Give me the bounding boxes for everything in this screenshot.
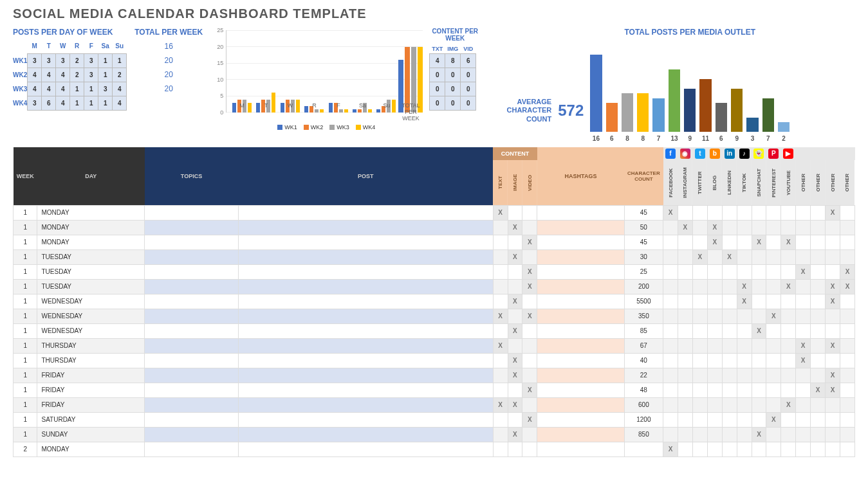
weekly-bar-chart: MTWRFSaSuTOTAL PER WEEK WK1WK2WK3WK4 051… (210, 28, 423, 131)
page-title: SOCIAL MEDIA CALENDAR DASHBOARD TEMPLATE (13, 6, 855, 21)
total-per-week-panel: TOTAL PER WEEK 16 20 20 20 (133, 28, 204, 142)
avg-value: 572 (558, 102, 584, 120)
table-row: 1MONDAYX45XXX (14, 235, 855, 249)
col-video: VIDEO (522, 160, 537, 205)
outlet-panel: TOTAL POSTS PER MEDIA OUTLET 16688713911… (590, 28, 790, 142)
content-per-week-title: CONTENT PER WEEK (429, 28, 481, 42)
table-row: 1MONDAYX50XX (14, 220, 855, 235)
icon-pinterest: P (766, 147, 781, 160)
icon-snapchat: 👻 (752, 147, 766, 160)
outlet-bar-chart: 1668871391169372 (590, 39, 790, 142)
posts-per-day-table: M T W R F Sa Su WK13332311WK24442312WK34… (13, 39, 127, 111)
col-content: CONTENT (493, 147, 537, 160)
table-row: 1WEDNESDAYX85X (14, 323, 855, 338)
icon-youtube: ▶ (781, 147, 796, 160)
col-post: POST (238, 147, 493, 205)
col-day: DAY (37, 147, 145, 205)
posts-per-day-panel: POSTS PER DAY OF WEEK M T W R F Sa Su WK… (13, 28, 127, 142)
icon-linkedin: in (722, 147, 737, 160)
table-row: 1TUESDAYX200XXXX (14, 279, 855, 294)
table-row: 1WEDNESDAYX5500XX (14, 294, 855, 309)
icon-twitter: t (692, 147, 707, 160)
col-topics: TOPICS (145, 147, 239, 205)
col-charcount: CHARACTER COUNT (624, 147, 663, 205)
table-row: 1FRIDAYX48XX (14, 383, 855, 397)
calendar-table: WEEK DAY TOPICS POST CONTENT HASHTAGS CH… (13, 147, 855, 457)
icon-instagram: ◉ (678, 147, 692, 160)
posts-per-day-title: POSTS PER DAY OF WEEK (13, 28, 127, 37)
table-row: 1FRIDAYXX600X (14, 397, 855, 412)
total-per-week-title: TOTAL PER WEEK (133, 28, 204, 37)
table-row: 1TUESDAYX30XX (14, 249, 855, 264)
table-row: 1MONDAYX45XX (14, 205, 855, 220)
content-per-week-table: TXT IMG VID 486000000000 (429, 44, 476, 111)
avg-label: AVERAGE CHARACTER COUNT (487, 98, 551, 123)
table-row: 1SUNDAYX850X (14, 427, 855, 442)
table-row: 1TUESDAYX25XX (14, 264, 855, 279)
table-row: 1WEDNESDAYXX350X (14, 309, 855, 323)
outlet-title: TOTAL POSTS PER MEDIA OUTLET (590, 28, 790, 37)
content-per-week-panel: CONTENT PER WEEK TXT IMG VID 48600000000… (429, 28, 481, 142)
col-image: IMAGE (508, 160, 522, 205)
icon-blog: b (707, 147, 722, 160)
col-hashtags: HASHTAGS (537, 147, 624, 205)
table-row: 1THURSDAYX67XX (14, 338, 855, 353)
icon-tiktok: ♪ (737, 147, 752, 160)
table-row: 1FRIDAYX22X (14, 368, 855, 383)
col-text: TEXT (493, 160, 508, 205)
table-row: 2MONDAYX (14, 442, 855, 456)
col-week: WEEK (14, 147, 37, 205)
table-row: 1THURSDAYX40X (14, 353, 855, 368)
avg-char-count: AVERAGE CHARACTER COUNT 572 (487, 79, 584, 142)
table-row: 1SATURDAYX1200X (14, 412, 855, 427)
icon-facebook: f (663, 147, 678, 160)
